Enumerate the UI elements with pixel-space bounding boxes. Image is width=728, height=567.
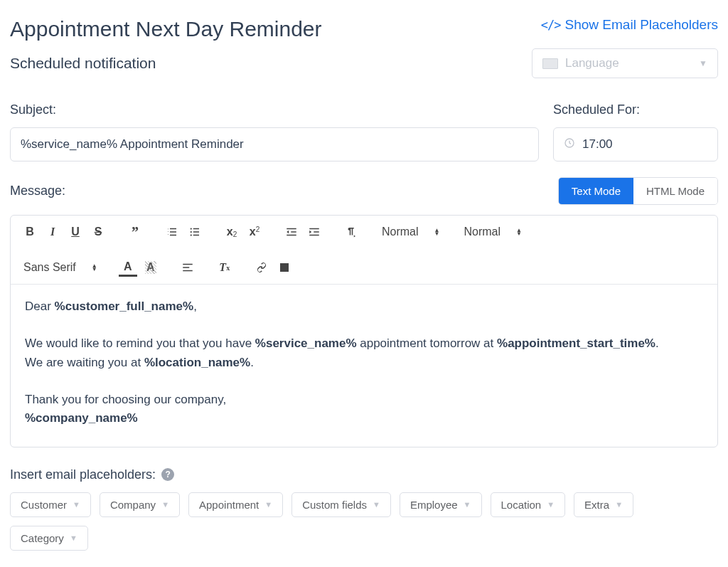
placeholder-company-button[interactable]: Company▼ xyxy=(100,492,180,517)
editor-toolbar: B I U S ” x2 x2 Normal ▲▼ xyxy=(11,216,717,285)
code-icon: </> xyxy=(541,18,561,32)
help-icon[interactable]: ? xyxy=(161,468,174,481)
svg-point-3 xyxy=(191,234,192,235)
language-placeholder: Language xyxy=(565,56,619,70)
chevron-down-icon: ▼ xyxy=(547,500,555,509)
image-icon[interactable] xyxy=(275,258,294,277)
sort-icon: ▲▼ xyxy=(516,228,522,235)
editor-content[interactable]: Dear %customer_full_name%, We would like… xyxy=(11,285,717,447)
show-email-placeholders-link[interactable]: </> Show Email Placeholders xyxy=(541,17,718,33)
flag-icon xyxy=(542,58,558,69)
heading-select[interactable]: Normal ▲▼ xyxy=(379,226,442,238)
indent-icon[interactable] xyxy=(305,223,323,241)
scheduled-time-input[interactable]: 17:00 xyxy=(553,127,718,161)
placeholder-button-row: Customer▼ Company▼ Appointment▼ Custom f… xyxy=(10,492,718,551)
clear-format-icon[interactable]: Tx xyxy=(215,258,234,277)
font-select[interactable]: Sans Serif ▲▼ xyxy=(21,261,100,274)
chevron-down-icon: ▼ xyxy=(161,500,169,509)
bold-icon[interactable]: B xyxy=(21,223,39,241)
sort-icon: ▲▼ xyxy=(92,264,97,271)
scheduled-time-value: 17:00 xyxy=(582,137,613,152)
outdent-icon[interactable] xyxy=(282,223,301,241)
clock-icon xyxy=(564,137,575,152)
chevron-down-icon: ▼ xyxy=(615,500,623,509)
text-direction-icon[interactable] xyxy=(342,223,360,241)
unordered-list-icon[interactable] xyxy=(186,223,204,241)
svg-point-1 xyxy=(191,228,192,229)
strike-icon[interactable]: S xyxy=(89,223,107,241)
link-icon[interactable] xyxy=(252,258,271,277)
message-label: Message: xyxy=(10,184,65,198)
text-mode-button[interactable]: Text Mode xyxy=(559,178,633,204)
superscript-icon[interactable]: x2 xyxy=(245,223,264,241)
insert-placeholders-label: Insert email placeholders: xyxy=(10,467,156,482)
subject-label: Subject: xyxy=(10,102,539,117)
placeholder-category-button[interactable]: Category▼ xyxy=(10,526,88,551)
subscript-icon[interactable]: x2 xyxy=(223,223,241,241)
underline-icon[interactable]: U xyxy=(66,223,85,241)
chevron-down-icon: ▼ xyxy=(699,58,707,68)
placeholder-location-button[interactable]: Location▼ xyxy=(491,492,566,517)
scheduled-for-label: Scheduled For: xyxy=(553,102,718,117)
placeholder-customer-button[interactable]: Customer▼ xyxy=(10,492,91,517)
svg-point-2 xyxy=(191,231,192,233)
placeholder-employee-button[interactable]: Employee▼ xyxy=(400,492,482,517)
placeholder-extra-button[interactable]: Extra▼ xyxy=(574,492,633,517)
placeholder-appointment-button[interactable]: Appointment▼ xyxy=(188,492,283,517)
subject-input[interactable] xyxy=(10,127,539,161)
editor-mode-toggle: Text Mode HTML Mode xyxy=(558,177,718,205)
chevron-down-icon: ▼ xyxy=(73,500,80,509)
language-select[interactable]: Language ▼ xyxy=(532,48,718,78)
blockquote-icon[interactable]: ” xyxy=(126,223,144,241)
page-subtitle: Scheduled notification xyxy=(10,55,156,72)
chevron-down-icon: ▼ xyxy=(70,534,77,542)
placeholder-custom-fields-button[interactable]: Custom fields▼ xyxy=(291,492,391,517)
page-title: Appointment Next Day Reminder xyxy=(10,17,322,41)
html-mode-button[interactable]: HTML Mode xyxy=(633,178,717,204)
size-select[interactable]: Normal ▲▼ xyxy=(461,226,524,238)
chevron-down-icon: ▼ xyxy=(373,500,380,509)
chevron-down-icon: ▼ xyxy=(264,500,272,509)
background-color-icon[interactable]: A xyxy=(141,258,160,277)
sort-icon: ▲▼ xyxy=(434,228,440,235)
text-color-icon[interactable]: A xyxy=(119,258,137,277)
align-icon[interactable] xyxy=(178,258,197,277)
show-placeholders-label: Show Email Placeholders xyxy=(565,17,718,33)
svg-point-4 xyxy=(282,265,283,267)
italic-icon[interactable]: I xyxy=(43,223,62,241)
ordered-list-icon[interactable] xyxy=(163,223,181,241)
rich-text-editor: B I U S ” x2 x2 Normal ▲▼ xyxy=(10,215,718,447)
chevron-down-icon: ▼ xyxy=(464,500,471,509)
